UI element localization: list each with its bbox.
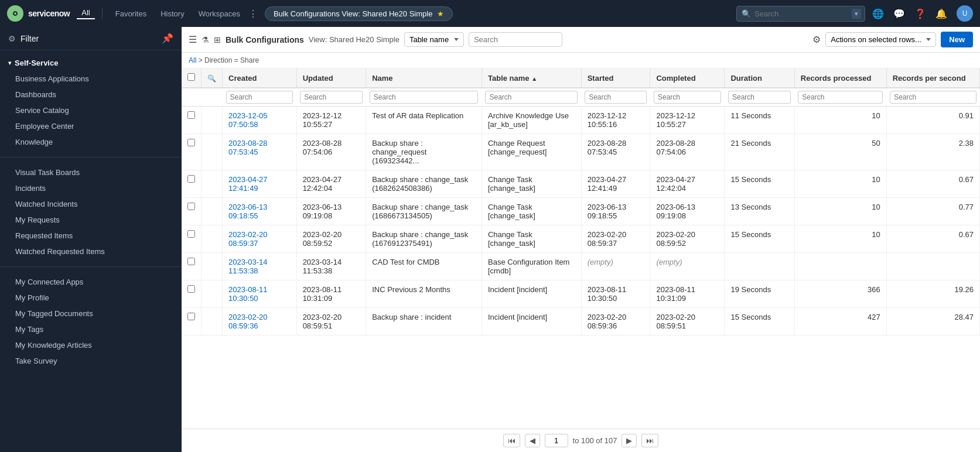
global-search-input[interactable] xyxy=(754,9,848,18)
search-col-completed[interactable] xyxy=(650,88,725,107)
next-page-button[interactable]: ▶ xyxy=(622,434,637,447)
globe-icon[interactable]: 🌐 xyxy=(872,8,884,19)
col-table-name[interactable]: Table name ▲ xyxy=(482,69,581,88)
center-title-pill[interactable]: Bulk Configurations View: Shared He20 Si… xyxy=(265,6,453,21)
col-records-per-second[interactable]: Records per second xyxy=(886,69,979,88)
row-checkbox-cell[interactable] xyxy=(182,280,202,308)
help-icon[interactable]: ❓ xyxy=(914,8,926,19)
search-updated-input[interactable] xyxy=(300,91,363,104)
row-created[interactable]: 2023-06-1309:18:55 xyxy=(223,198,297,225)
logo[interactable]: servicenow xyxy=(7,5,70,22)
search-col-records-processed[interactable] xyxy=(794,88,886,107)
row-created[interactable]: 2023-02-2008:59:36 xyxy=(223,308,297,335)
row-checkbox-cell[interactable] xyxy=(182,308,202,335)
actions-select[interactable]: Actions on selected rows... xyxy=(825,32,936,47)
user-avatar[interactable]: U xyxy=(957,5,973,22)
row-created[interactable]: 2023-08-2807:53:45 xyxy=(223,134,297,170)
search-col-table-name[interactable] xyxy=(482,88,581,107)
sidebar-item-take-survey[interactable]: Take Survey xyxy=(0,353,182,369)
row-checkbox[interactable] xyxy=(187,111,195,119)
col-name[interactable]: Name xyxy=(366,69,482,88)
sidebar-item-visual-task-boards[interactable]: Visual Task Boards xyxy=(0,165,182,180)
nav-workspaces[interactable]: Workspaces xyxy=(193,7,246,20)
toolbar-search-input[interactable] xyxy=(469,32,562,47)
page-number-input[interactable] xyxy=(545,434,568,447)
breadcrumb-all-link[interactable]: All xyxy=(189,56,196,64)
sidebar-item-service-catalog[interactable]: Service Catalog xyxy=(0,102,182,118)
search-col-name[interactable] xyxy=(366,88,482,107)
row-checkbox[interactable] xyxy=(187,230,195,238)
row-checkbox[interactable] xyxy=(187,203,195,210)
search-created-input[interactable] xyxy=(226,91,293,104)
nav-all-label[interactable]: All xyxy=(77,8,94,19)
sidebar-item-business-applications[interactable]: Business Applications xyxy=(0,71,182,87)
row-created[interactable]: 2023-04-2712:41:49 xyxy=(223,170,297,198)
sidebar-item-requested-items[interactable]: Requested Items xyxy=(0,228,182,244)
hamburger-icon[interactable]: ☰ xyxy=(189,34,197,45)
row-checkbox[interactable] xyxy=(187,175,195,183)
sidebar-item-watched-incidents[interactable]: Watched Incidents xyxy=(0,196,182,212)
search-records-per-second-input[interactable] xyxy=(890,91,976,104)
nav-more-icon[interactable]: ⋮ xyxy=(248,8,258,19)
col-created[interactable]: Created xyxy=(223,69,297,88)
row-checkbox[interactable] xyxy=(187,139,195,146)
row-checkbox[interactable] xyxy=(187,285,195,293)
last-page-button[interactable]: ⏭ xyxy=(641,434,658,447)
col-completed[interactable]: Completed xyxy=(650,69,725,88)
search-tablename-input[interactable] xyxy=(485,91,578,104)
sidebar-item-knowledge[interactable]: Knowledge xyxy=(0,134,182,150)
nav-favorites[interactable]: Favorites xyxy=(110,7,152,20)
sidebar-item-incidents[interactable]: Incidents xyxy=(0,180,182,196)
col-updated[interactable]: Updated xyxy=(296,69,366,88)
sidebar-item-watched-requested-items[interactable]: Watched Requested Items xyxy=(0,244,182,259)
chat-icon[interactable]: 💬 xyxy=(893,8,905,19)
row-checkbox-cell[interactable] xyxy=(182,253,202,280)
sidebar-item-my-requests[interactable]: My Requests xyxy=(0,212,182,228)
settings-icon[interactable]: ⚙ xyxy=(812,34,821,45)
search-name-input[interactable] xyxy=(370,91,479,104)
col-duration[interactable]: Duration xyxy=(725,69,794,88)
search-dropdown-button[interactable]: ▾ xyxy=(852,9,861,19)
search-col-updated[interactable] xyxy=(296,88,366,107)
row-created[interactable]: 2023-08-1110:30:50 xyxy=(223,280,297,308)
bell-icon[interactable]: 🔔 xyxy=(935,8,947,19)
col-started[interactable]: Started xyxy=(581,69,650,88)
row-checkbox[interactable] xyxy=(187,258,195,265)
row-created[interactable]: 2023-03-1411:53:38 xyxy=(223,253,297,280)
new-button[interactable]: New xyxy=(941,32,973,47)
row-checkbox-cell[interactable] xyxy=(182,107,202,134)
search-completed-input[interactable] xyxy=(654,91,721,104)
col-records-processed[interactable]: Records processed xyxy=(794,69,886,88)
search-duration-input[interactable] xyxy=(728,91,791,104)
search-col-created[interactable] xyxy=(223,88,297,107)
global-search-bar[interactable]: 🔍 ▾ xyxy=(736,6,865,22)
prev-page-button[interactable]: ◀ xyxy=(525,434,540,447)
col-search-icon-glyph[interactable]: 🔍 xyxy=(207,74,216,83)
sidebar-item-my-connected-apps[interactable]: My Connected Apps xyxy=(0,274,182,290)
row-checkbox-cell[interactable] xyxy=(182,225,202,253)
table-name-select[interactable]: Table name xyxy=(404,32,464,47)
row-created[interactable]: 2023-12-0507:50:58 xyxy=(223,107,297,134)
sidebar-item-my-knowledge-articles[interactable]: My Knowledge Articles xyxy=(0,337,182,353)
row-checkbox-cell[interactable] xyxy=(182,170,202,198)
pin-icon[interactable]: 📌 xyxy=(162,33,173,44)
sidebar-item-my-tags[interactable]: My Tags xyxy=(0,321,182,337)
columns-icon[interactable]: ⊞ xyxy=(214,35,221,44)
search-col-records-per-second[interactable] xyxy=(886,88,979,107)
sidebar-item-my-profile[interactable]: My Profile xyxy=(0,290,182,306)
sidebar-item-employee-center[interactable]: Employee Center xyxy=(0,118,182,134)
sidebar-item-my-tagged-documents[interactable]: My Tagged Documents xyxy=(0,306,182,321)
row-created[interactable]: 2023-02-2008:59:37 xyxy=(223,225,297,253)
filter-icon[interactable]: ⚗ xyxy=(202,35,209,44)
search-started-input[interactable] xyxy=(585,91,647,104)
first-page-button[interactable]: ⏮ xyxy=(503,434,520,447)
row-checkbox-cell[interactable] xyxy=(182,198,202,225)
sidebar-section-header-self-service[interactable]: ▾ Self-Service xyxy=(0,55,182,71)
nav-history[interactable]: History xyxy=(155,7,190,20)
search-col-started[interactable] xyxy=(581,88,650,107)
select-all-checkbox[interactable] xyxy=(187,73,195,81)
table-container[interactable]: 🔍 Created Updated Name Table name ▲ Star… xyxy=(182,69,980,429)
sidebar-item-dashboards[interactable]: Dashboards xyxy=(0,87,182,102)
search-col-duration[interactable] xyxy=(725,88,794,107)
row-checkbox-cell[interactable] xyxy=(182,134,202,170)
